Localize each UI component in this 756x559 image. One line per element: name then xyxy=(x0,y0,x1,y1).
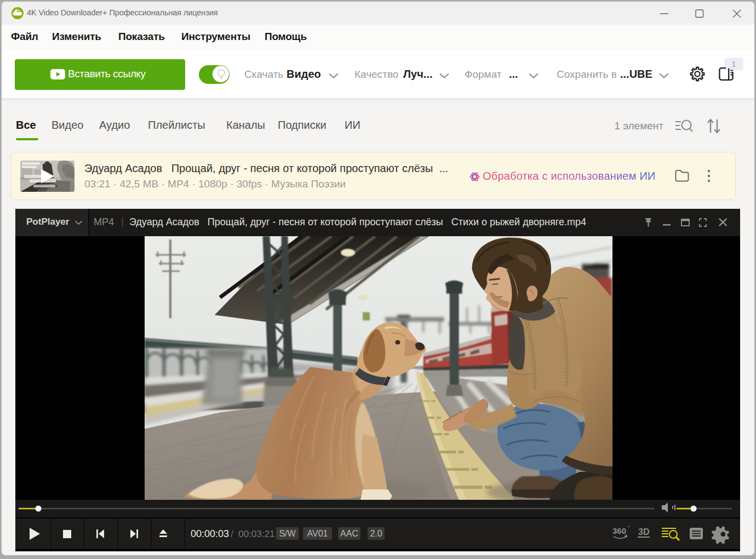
svg-text:˚: ˚ xyxy=(628,526,629,531)
svg-text:3D: 3D xyxy=(638,527,649,537)
svg-text:360: 360 xyxy=(612,526,626,535)
